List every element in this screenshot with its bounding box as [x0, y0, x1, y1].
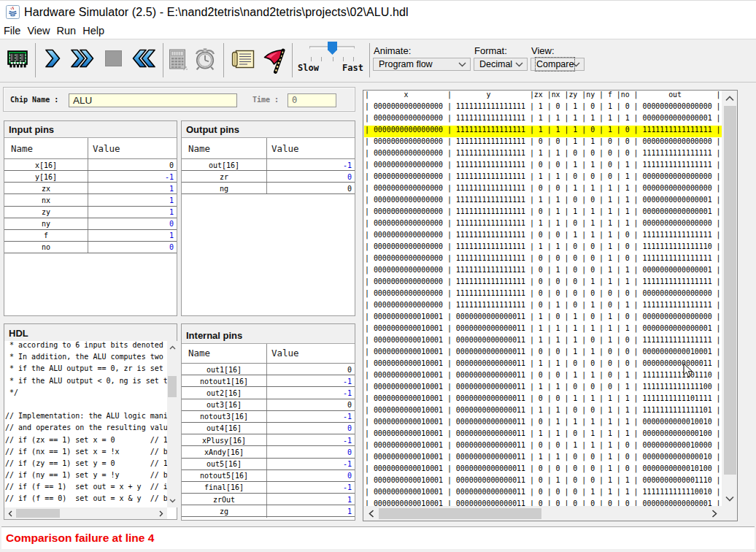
calculator-button[interactable] — [169, 49, 188, 71]
pin-value[interactable]: 0 — [88, 218, 177, 229]
format-combobox[interactable]: Decimal — [474, 58, 528, 71]
pin-value[interactable]: 1 — [88, 230, 177, 241]
view-combobox[interactable]: Compare — [531, 58, 585, 71]
compare-row[interactable]: | 0000000000000000 | 1111111111111111 | … — [364, 254, 722, 266]
compare-row[interactable]: | 0000000000010001 | 0000000000000011 | … — [364, 476, 722, 488]
chip-name-field[interactable]: ALU — [69, 93, 237, 107]
breakpoints-button[interactable] — [259, 47, 285, 70]
title-bar[interactable]: Hardware Simulator (2.5) - E:\nand2tetri… — [0, 0, 756, 23]
compare-row[interactable]: | 0000000000010001 | 0000000000000011 | … — [364, 324, 722, 336]
pin-name: out5[16] — [182, 459, 266, 469]
pin-value[interactable]: -1 — [266, 411, 355, 422]
time-field[interactable]: 0 — [288, 93, 336, 107]
compare-row[interactable]: | 0000000000000000 | 1111111111111111 | … — [364, 301, 722, 313]
pin-value[interactable]: -1 — [266, 434, 355, 445]
pin-value[interactable]: -1 — [266, 482, 355, 493]
compare-row[interactable]: | 0000000000000000 | 1111111111111111 | … — [364, 196, 722, 207]
pin-value[interactable]: 1 — [88, 183, 177, 193]
pin-value[interactable]: 1 — [88, 207, 177, 218]
hdl-horizontal-scrollbar[interactable] — [4, 507, 167, 519]
scroll-up-icon[interactable] — [169, 345, 176, 350]
pin-value[interactable]: -1 — [266, 375, 355, 386]
compare-row[interactable]: | 0000000000010001 | 0000000000000011 | … — [364, 453, 722, 464]
compare-row[interactable]: | 0000000000000000 | 1111111111111111 | … — [364, 219, 722, 231]
menu-view[interactable]: View — [24, 22, 53, 39]
compare-row[interactable]: | 0000000000000000 | 1111111111111111 | … — [364, 137, 722, 149]
pin-value[interactable]: 0 — [266, 399, 355, 410]
pin-value[interactable]: 0 — [266, 171, 355, 182]
scroll-down-icon[interactable] — [725, 496, 734, 502]
compare-row[interactable]: | 0000000000000000 | 1111111111111111 | … — [364, 114, 722, 126]
menu-help[interactable]: Help — [80, 22, 108, 39]
compare-row[interactable]: | 0000000000010001 | 0000000000000011 | … — [364, 394, 722, 406]
compare-row[interactable]: | 0000000000000000 | 1111111111111111 | … — [364, 266, 722, 277]
pin-value[interactable]: 0 — [88, 159, 177, 170]
hdl-text[interactable]: * according to 6 input bits denoted * In… — [4, 341, 167, 507]
pin-value[interactable]: 1 — [88, 194, 177, 205]
input-pins-panel: Input pinsNameValuex[16]0y[16]-1zx1nx1zy… — [4, 120, 177, 316]
run-button[interactable] — [70, 48, 94, 69]
menu-file[interactable]: File — [1, 22, 24, 39]
compare-row[interactable]: | 0000000000000000 | 1111111111111111 | … — [364, 207, 722, 219]
compare-row[interactable]: | 0000000000010001 | 0000000000000011 | … — [364, 429, 722, 441]
pin-value[interactable]: 1 — [266, 494, 355, 505]
view-label: View: — [531, 45, 555, 56]
compare-row[interactable]: | 0000000000010001 | 0000000000000011 | … — [364, 383, 722, 394]
pin-value[interactable]: 1 — [266, 505, 355, 516]
scroll-up-icon[interactable] — [725, 96, 734, 101]
compare-row[interactable]: | 0000000000000000 | 1111111111111111 | … — [364, 277, 722, 289]
compare-vertical-scrollbar[interactable] — [722, 91, 737, 506]
compare-row[interactable]: | 0000000000010001 | 0000000000000011 | … — [364, 488, 722, 499]
pin-value[interactable]: 0 — [266, 470, 355, 481]
view-script-button[interactable] — [231, 49, 255, 70]
compare-row[interactable]: | 0000000000000000 | 1111111111111111 | … — [364, 231, 722, 242]
hdl-vscroll-thumb[interactable] — [168, 376, 177, 397]
compare-row[interactable]: | 0000000000000000 | 1111111111111111 | … — [364, 126, 722, 137]
compare-row[interactable]: | 0000000000000000 | 1111111111111111 | … — [364, 102, 722, 114]
pin-value[interactable]: -1 — [88, 171, 177, 182]
scroll-left-icon[interactable] — [369, 510, 374, 518]
pin-value[interactable]: -1 — [266, 459, 355, 469]
pin-value[interactable]: -1 — [266, 387, 355, 398]
scroll-right-icon[interactable] — [711, 510, 717, 518]
compare-row[interactable]: | 0000000000010001 | 0000000000000011 | … — [364, 441, 722, 453]
pin-value[interactable]: 0 — [266, 446, 355, 457]
pin-value[interactable]: 0 — [266, 364, 355, 375]
single-step-button[interactable] — [44, 48, 61, 69]
compare-row[interactable]: | 0000000000010001 | 0000000000000011 | … — [364, 359, 722, 371]
compare-row[interactable]: | 0000000000010001 | 0000000000000011 | … — [364, 464, 722, 476]
compare-text[interactable]: | x | y |zx |nx |zy |ny | f |no | out ||… — [364, 91, 722, 506]
speed-slider-thumb[interactable] — [328, 42, 337, 55]
scroll-down-icon[interactable] — [169, 499, 176, 503]
compare-row[interactable]: | 0000000000000000 | 1111111111111111 | … — [364, 149, 722, 161]
pin-value[interactable]: 0 — [266, 423, 355, 434]
compare-row[interactable]: | 0000000000010001 | 0000000000000011 | … — [364, 499, 722, 506]
compare-row[interactable]: | 0000000000000000 | 1111111111111111 | … — [364, 242, 722, 254]
compare-row[interactable]: | 0000000000000000 | 1111111111111111 | … — [364, 172, 722, 184]
compare-row[interactable]: | 0000000000010001 | 0000000000000011 | … — [364, 418, 722, 429]
animate-combobox[interactable]: Program flow — [373, 58, 471, 71]
reset-button[interactable] — [132, 48, 156, 69]
compare-row[interactable]: | 0000000000000000 | 1111111111111111 | … — [364, 161, 722, 172]
stop-button[interactable] — [105, 50, 122, 66]
compare-row[interactable]: | 0000000000010001 | 0000000000000011 | … — [364, 406, 722, 418]
compare-hscroll-thumb[interactable] — [379, 508, 541, 519]
clock-button[interactable] — [193, 47, 217, 72]
compare-row[interactable]: | 0000000000010001 | 0000000000000011 | … — [364, 348, 722, 359]
compare-horizontal-scrollbar[interactable] — [364, 507, 722, 520]
scroll-left-icon[interactable] — [8, 510, 12, 517]
compare-row[interactable]: | 0000000000000000 | 1111111111111111 | … — [364, 184, 722, 196]
pin-value[interactable]: 0 — [88, 242, 177, 253]
scroll-right-icon[interactable] — [159, 510, 163, 517]
compare-vscroll-thumb[interactable] — [724, 106, 736, 475]
pin-value[interactable]: -1 — [266, 159, 355, 170]
load-chip-button[interactable] — [7, 50, 28, 69]
menu-run[interactable]: Run — [53, 22, 80, 39]
compare-row[interactable]: | 0000000000010001 | 0000000000000011 | … — [364, 336, 722, 348]
hdl-vertical-scrollbar[interactable] — [167, 341, 177, 507]
compare-row[interactable]: | 0000000000010001 | 0000000000000011 | … — [364, 313, 722, 324]
hdl-hscroll-thumb[interactable] — [16, 509, 60, 518]
compare-row[interactable]: | 0000000000010001 | 0000000000000011 | … — [364, 371, 722, 383]
pin-value[interactable]: 0 — [266, 183, 355, 193]
compare-row[interactable]: | 0000000000000000 | 1111111111111111 | … — [364, 289, 722, 301]
